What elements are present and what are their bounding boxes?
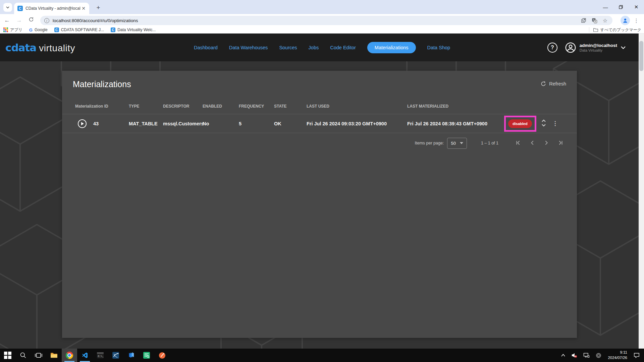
- run-materialization-button[interactable]: [77, 119, 87, 128]
- network-icon[interactable]: [581, 349, 592, 362]
- user-avatar-icon: [565, 42, 576, 53]
- forward-button[interactable]: →: [14, 15, 24, 25]
- first-page-button[interactable]: [514, 139, 523, 147]
- open-in-new-icon[interactable]: [580, 16, 588, 24]
- all-bookmarks-label: すべてのブックマーク: [600, 27, 641, 33]
- bookmark-apps[interactable]: アプリ: [3, 27, 22, 33]
- person-icon: [622, 17, 628, 23]
- header-right: ? admin@localhost Data Virtuality: [547, 34, 626, 61]
- back-button[interactable]: ←: [2, 15, 12, 25]
- bookmark-google[interactable]: G Google: [29, 27, 48, 33]
- reload-button[interactable]: [26, 15, 36, 25]
- bookmark-label: Data Virtuality Welc...: [117, 27, 156, 32]
- bookmark-label: Google: [35, 27, 48, 32]
- new-tab-button[interactable]: +: [94, 3, 103, 12]
- file-explorer-button[interactable]: [46, 349, 62, 362]
- volume-muted-icon[interactable]: [569, 349, 580, 362]
- all-bookmarks-button[interactable]: すべてのブックマーク: [589, 27, 641, 33]
- bookmark-star-icon[interactable]: ☆: [601, 16, 609, 24]
- window-restore-button[interactable]: [613, 0, 629, 14]
- table-row[interactable]: 43 MAT_TABLE mssql.Customers No 5 OK Fri…: [62, 114, 577, 133]
- command-prompt-button[interactable]: C:\_: [93, 349, 108, 362]
- nav-materializations[interactable]: Materializations: [367, 42, 416, 53]
- blue-layers-app-button[interactable]: [123, 349, 139, 362]
- tab-search-button[interactable]: [3, 3, 12, 12]
- user-menu[interactable]: admin@localhost Data Virtuality: [565, 42, 626, 53]
- tray-chevron-up-icon[interactable]: [559, 349, 568, 362]
- page-title: Materializations: [73, 79, 131, 89]
- cdata-favicon-icon: C: [54, 27, 59, 32]
- nav-data-shop[interactable]: Data Shop: [427, 42, 450, 53]
- browser-profile-avatar[interactable]: [621, 16, 630, 25]
- chevron-right-icon: [543, 139, 550, 146]
- translate-icon[interactable]: A: [590, 16, 598, 24]
- first-page-icon: [515, 139, 522, 146]
- start-button[interactable]: [0, 349, 15, 362]
- cell-descriptor: mssql.Customers: [163, 121, 204, 126]
- cell-type: MAT_TABLE: [129, 121, 158, 126]
- reload-icon: [29, 17, 34, 22]
- task-view-button[interactable]: [31, 349, 46, 362]
- nav-dashboard[interactable]: Dashboard: [194, 42, 218, 53]
- play-icon: [77, 119, 87, 128]
- page-range-label: 1 – 1 of 1: [481, 141, 498, 145]
- status-badge[interactable]: disabled: [508, 119, 532, 128]
- browser-tab[interactable]: C CData Virtuality - admin@locall ✕: [14, 3, 89, 14]
- window-close-button[interactable]: ✕: [629, 0, 644, 14]
- clock-time: 9:11: [608, 350, 627, 355]
- expand-collapse-control[interactable]: [540, 119, 548, 129]
- taskbar-search-button[interactable]: [15, 349, 31, 362]
- nav-sources[interactable]: Sources: [279, 42, 297, 53]
- url-text: localhost:8080/account/#/u/0/optimizatio…: [53, 18, 577, 23]
- log-viewer-app-button[interactable]: [139, 349, 154, 362]
- chevron-down-icon: [621, 46, 626, 49]
- refresh-button[interactable]: Refresh: [540, 81, 566, 87]
- taskbar: C:\_ 9:11: [0, 349, 644, 362]
- materializations-panel: Materializations Refresh Materialization…: [62, 71, 577, 338]
- nav-jobs[interactable]: Jobs: [309, 42, 319, 53]
- app-logo[interactable]: cdata virtuality: [5, 42, 75, 54]
- cell-enabled: No: [203, 121, 209, 126]
- col-last-used: LAST USED: [307, 104, 329, 109]
- vscode-taskbar-button[interactable]: [77, 349, 93, 362]
- main-nav: Dashboard Data Warehouses Sources Jobs C…: [194, 34, 450, 61]
- action-center-icon[interactable]: [631, 349, 642, 362]
- browser-menu-kebab-icon[interactable]: ⋮: [632, 16, 641, 25]
- cell-frequency: 5: [239, 121, 241, 126]
- window-minimize-button[interactable]: —: [598, 0, 613, 14]
- chrome-icon: [66, 352, 73, 359]
- site-info-icon[interactable]: i: [44, 18, 49, 23]
- col-last-materialized: LAST MATERIALIZED: [407, 104, 448, 109]
- tab-close-icon[interactable]: ✕: [80, 5, 87, 11]
- cell-last-materialized: Fri Jul 26 2024 08:39:43 GMT+0900: [407, 121, 487, 126]
- page-scrollbar[interactable]: [639, 34, 644, 349]
- system-tray: 9:11 2024/07/26: [559, 349, 644, 362]
- table-header-row: Materialization ID TYPE DESCRIPTOR ENABL…: [62, 97, 577, 114]
- layers-icon: [128, 352, 135, 359]
- windows-logo-icon: [4, 352, 11, 359]
- status-x-circle-icon[interactable]: [593, 349, 604, 362]
- task-view-icon: [35, 352, 42, 358]
- help-icon[interactable]: ?: [547, 43, 557, 53]
- items-per-page-select[interactable]: 50: [447, 138, 467, 149]
- database-tool-button[interactable]: [108, 349, 123, 362]
- url-bar[interactable]: i localhost:8080/account/#/u/0/optimizat…: [40, 16, 612, 25]
- previous-page-button[interactable]: [528, 139, 537, 147]
- webpage: cdata virtuality Dashboard Data Warehous…: [0, 34, 644, 349]
- taskbar-clock[interactable]: 9:11 2024/07/26: [605, 350, 630, 360]
- bookmark-data-virtuality[interactable]: C Data Virtuality Welc...: [111, 27, 156, 32]
- last-page-button[interactable]: [556, 139, 565, 147]
- log-viewer-icon: [143, 352, 150, 359]
- postman-app-button[interactable]: [154, 349, 170, 362]
- scrollbar-thumb[interactable]: [639, 41, 643, 71]
- chrome-taskbar-button[interactable]: [62, 349, 77, 362]
- window-controls: — ✕: [598, 0, 644, 14]
- row-menu-kebab-icon[interactable]: ⋮: [551, 119, 559, 129]
- nav-data-warehouses[interactable]: Data Warehouses: [229, 42, 268, 53]
- bookmark-cdata-software[interactable]: C CDATA SOFTWARE J...: [54, 27, 104, 32]
- next-page-button[interactable]: [542, 139, 551, 147]
- bookmark-label: CDATA SOFTWARE J...: [61, 27, 104, 32]
- nav-code-editor[interactable]: Code Editor: [330, 42, 356, 53]
- google-icon: G: [29, 27, 33, 33]
- cdata-favicon-icon: C: [111, 27, 115, 32]
